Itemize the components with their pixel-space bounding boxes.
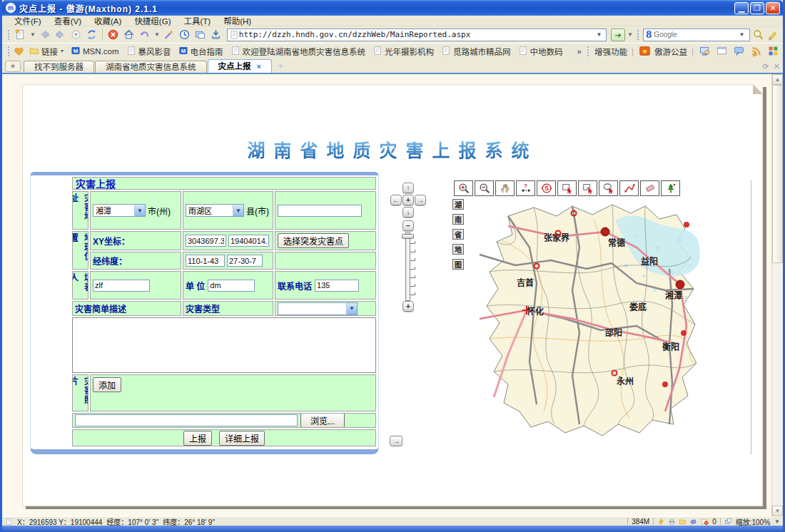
city-select[interactable]: 湘潭▼ bbox=[93, 204, 146, 217]
new-tab-button[interactable]: + bbox=[274, 61, 287, 72]
history-icon[interactable] bbox=[178, 28, 191, 41]
pan-left-button[interactable]: ← bbox=[390, 195, 402, 205]
bookmark-item[interactable]: 中地数码 bbox=[515, 46, 567, 57]
tab-refresh-all-icon[interactable]: ⟳ bbox=[763, 62, 769, 71]
legend-tree-button[interactable] bbox=[661, 180, 680, 196]
minimize-button[interactable]: ▁ bbox=[734, 2, 749, 14]
feed-icon[interactable] bbox=[749, 44, 763, 58]
bookmark-item[interactable]: 暴风影音 bbox=[123, 46, 175, 57]
y-coordinate-input[interactable] bbox=[228, 235, 269, 247]
url-input[interactable] bbox=[239, 30, 594, 39]
back-icon[interactable] bbox=[38, 28, 51, 41]
bookmarks-grip[interactable] bbox=[7, 46, 10, 57]
new-page-icon[interactable] bbox=[14, 28, 27, 41]
user-monitor-icon[interactable] bbox=[698, 44, 711, 58]
tab-item[interactable]: 湖南省地质灾害信息系统 bbox=[95, 61, 207, 73]
pan-center-button[interactable]: + bbox=[402, 195, 414, 205]
bookmark-item[interactable]: M电台指南 bbox=[175, 46, 227, 57]
scrollbar-thumb[interactable] bbox=[772, 85, 783, 263]
restore-button[interactable]: ❐ bbox=[750, 2, 764, 14]
printer-icon[interactable] bbox=[668, 518, 676, 526]
longitude-input[interactable] bbox=[186, 255, 225, 267]
resize-window-icon[interactable] bbox=[724, 518, 732, 526]
map-canvas[interactable]: 张家界常德益阳吉首怀化娄底湘潭邵阳衡阳永州 bbox=[465, 198, 714, 446]
chevron-down-icon[interactable]: ▼ bbox=[30, 31, 36, 38]
pan-up-button[interactable]: ↑ bbox=[402, 183, 414, 193]
menu-item[interactable]: 查看(V) bbox=[48, 15, 88, 26]
tab-list-star-icon[interactable]: ★ bbox=[5, 61, 21, 72]
zoom-slider-thumb[interactable] bbox=[402, 234, 414, 239]
chevron-down-icon[interactable]: ▼ bbox=[154, 31, 160, 38]
zoom-out-button[interactable] bbox=[475, 180, 494, 196]
pan-button[interactable] bbox=[495, 180, 515, 196]
folder-icon[interactable] bbox=[679, 518, 687, 526]
eraser-button[interactable] bbox=[640, 180, 659, 196]
zoom-in-step-button[interactable]: + bbox=[402, 301, 414, 312]
tab-close-all-icon[interactable]: ✕ bbox=[774, 62, 780, 71]
add-photo-button[interactable]: 添加 bbox=[93, 377, 121, 392]
bookmark-item[interactable]: 欢迎登陆湖南省地质灾害信息系统 bbox=[227, 46, 370, 57]
search-magnifier-icon[interactable] bbox=[751, 28, 765, 41]
zoom-slider[interactable] bbox=[400, 232, 416, 301]
download-icon[interactable] bbox=[209, 28, 223, 41]
charity-icon[interactable] bbox=[638, 44, 652, 58]
zoom-dropdown-icon[interactable]: ▼ bbox=[774, 518, 780, 525]
zoom-out-step-button[interactable]: − bbox=[402, 220, 414, 231]
latitude-input[interactable] bbox=[227, 255, 263, 267]
refresh-icon[interactable] bbox=[85, 28, 98, 41]
chat-icon[interactable] bbox=[732, 44, 746, 58]
cut-rect-button[interactable] bbox=[578, 180, 597, 196]
search-dropdown-icon[interactable]: ▼ bbox=[736, 29, 747, 41]
favorites-heart-icon[interactable] bbox=[12, 44, 26, 58]
menu-item[interactable]: 工具(T) bbox=[177, 15, 217, 26]
browse-button[interactable]: 浏览... bbox=[300, 413, 345, 428]
bookmark-item[interactable]: 觅路城市精品网 bbox=[437, 46, 515, 57]
submit-button[interactable]: 上报 bbox=[183, 431, 212, 446]
magic-wand-icon[interactable] bbox=[162, 28, 176, 41]
detail-submit-button[interactable]: 详细上报 bbox=[219, 431, 265, 446]
pan-down-button[interactable]: ↓ bbox=[402, 207, 414, 218]
charity-menu[interactable]: 傲游公益 bbox=[654, 46, 687, 57]
tab-item[interactable]: 找不到服务器 bbox=[24, 61, 94, 73]
home-icon[interactable] bbox=[122, 28, 136, 41]
unit-input[interactable] bbox=[208, 280, 255, 292]
toolbar-grip[interactable] bbox=[7, 29, 10, 41]
menu-item[interactable]: 收藏(A) bbox=[88, 15, 128, 26]
scroll-down-icon[interactable]: ▼ bbox=[772, 506, 783, 516]
highlighter-icon[interactable] bbox=[766, 28, 780, 41]
description-textarea[interactable] bbox=[73, 318, 375, 372]
vertical-scrollbar[interactable]: ▲ ▼ bbox=[771, 74, 783, 516]
menu-item[interactable]: 文件(F) bbox=[8, 15, 48, 26]
lightning-icon[interactable] bbox=[657, 518, 665, 526]
measure-line-button[interactable] bbox=[619, 180, 639, 196]
compass-button[interactable]: S bbox=[537, 180, 556, 196]
phone-input[interactable] bbox=[315, 280, 359, 292]
apps-icon[interactable] bbox=[766, 44, 780, 58]
reporter-name-input[interactable] bbox=[93, 280, 150, 292]
file-path-input[interactable] bbox=[75, 414, 298, 426]
scroll-up-icon[interactable]: ▲ bbox=[772, 74, 783, 85]
select-circle-button[interactable] bbox=[599, 180, 618, 196]
menu-item[interactable]: 快捷组(G) bbox=[128, 15, 177, 26]
pick-disaster-point-button[interactable]: 选择突发灾害点 bbox=[278, 233, 349, 248]
measure-distance-button[interactable]: ? bbox=[516, 180, 535, 196]
history-dropdown-icon[interactable] bbox=[69, 28, 83, 41]
bookmark-item[interactable]: MMSN.com bbox=[67, 46, 122, 57]
tab-close-icon[interactable]: × bbox=[257, 61, 261, 72]
toolbar-grip2[interactable] bbox=[637, 29, 639, 41]
pan-right-button[interactable]: → bbox=[415, 195, 426, 205]
stop-icon[interactable] bbox=[106, 28, 120, 41]
go-button[interactable]: ➔ bbox=[611, 29, 625, 41]
search-input[interactable] bbox=[654, 31, 736, 39]
tab-active[interactable]: 灾点上报× bbox=[208, 59, 272, 73]
expand-panel-button[interactable]: → bbox=[390, 436, 402, 446]
snap-icon[interactable] bbox=[193, 28, 207, 41]
plugin-icon[interactable] bbox=[689, 518, 697, 526]
bookmarks-grip2[interactable] bbox=[587, 46, 589, 57]
url-dropdown-icon[interactable]: ▼ bbox=[594, 29, 604, 41]
disaster-type-select[interactable]: ▼ bbox=[278, 302, 358, 315]
menu-item[interactable]: 帮助(H) bbox=[217, 15, 258, 26]
popup-blocker-icon[interactable] bbox=[701, 518, 709, 526]
close-button[interactable]: ✕ bbox=[766, 2, 780, 14]
boost-menu[interactable]: 增强功能 bbox=[594, 46, 627, 57]
